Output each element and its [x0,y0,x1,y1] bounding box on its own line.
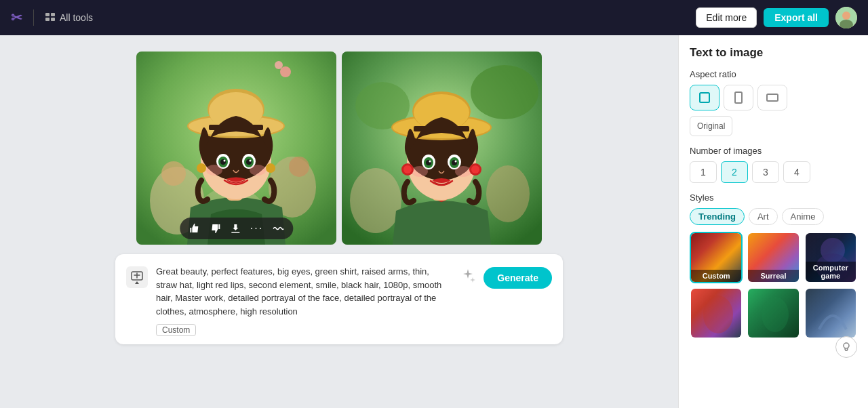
download-button-1[interactable] [227,222,243,235]
canvas-area: ··· [0,35,678,408]
styles-tabs: Trending Art Anime [690,208,857,225]
svg-rect-67 [700,93,709,102]
style-card-computergame-label: Computer game [806,262,856,282]
style-card-6[interactable] [804,287,857,339]
aspect-portrait-button[interactable] [724,85,753,110]
all-tools-button[interactable]: All tools [45,12,93,24]
image-2-svg [342,52,542,245]
app-logo: ✂ [11,9,22,26]
svg-point-32 [250,165,266,176]
style-tab-anime[interactable]: Anime [782,208,825,225]
right-panel: Text to image Aspect ratio Original [678,35,868,408]
prompt-actions: Generate [458,265,552,289]
style-card-custom-label: Custom [691,270,741,282]
svg-point-12 [289,157,309,177]
nav-divider [33,9,34,26]
svg-rect-3 [51,18,55,21]
count-3-button[interactable]: 3 [752,161,779,183]
svg-point-59 [455,161,457,163]
prompt-tag[interactable]: Custom [156,324,196,336]
more-options-button-1[interactable]: ··· [248,221,266,236]
svg-point-14 [275,61,283,69]
style-card-4[interactable] [690,287,743,339]
svg-point-74 [844,343,849,348]
aspect-square-button[interactable] [690,85,719,110]
image-grid: ··· [136,52,542,245]
tools-icon [45,12,56,24]
svg-point-34 [266,163,275,173]
aspect-original-button[interactable]: Original [690,116,732,136]
style-card-5[interactable] [747,287,800,339]
svg-point-29 [224,160,226,162]
svg-point-30 [250,160,252,162]
style-tab-trending[interactable]: Trending [690,208,745,225]
style-tab-art[interactable]: Art [749,208,778,225]
svg-point-38 [350,168,401,233]
main-layout: ··· [0,35,868,408]
count-4-button[interactable]: 4 [783,161,810,183]
prompt-add-icon[interactable] [126,266,148,288]
count-buttons: 1 2 3 4 [690,161,857,183]
count-1-button[interactable]: 1 [690,161,717,183]
svg-point-11 [161,161,186,186]
image-1-toolbar: ··· [180,218,293,239]
thumbsup-button[interactable] [186,222,203,235]
svg-rect-0 [45,13,50,16]
svg-rect-1 [51,13,55,16]
svg-point-65 [471,165,479,174]
svg-point-72 [703,295,733,333]
style-card-surreal-label: Surreal [748,270,798,282]
image-1-svg [136,52,336,245]
style-grid: Custom Surreal Computer game [690,232,857,339]
aspect-ratio-label: Aspect ratio [690,69,857,79]
edit-more-button[interactable]: Edit more [696,7,757,28]
svg-point-73 [762,297,789,332]
generate-button[interactable]: Generate [484,267,552,289]
lightbulb-button[interactable] [835,336,857,358]
aspect-ratio-buttons [690,85,857,110]
export-all-button[interactable]: Export all [764,8,829,27]
svg-point-61 [455,166,471,177]
svg-point-58 [429,161,431,163]
svg-rect-68 [735,92,742,103]
style-card-surreal[interactable]: Surreal [747,232,800,283]
svg-point-60 [412,166,428,177]
image-card-1[interactable]: ··· [136,52,336,245]
svg-point-33 [197,163,206,173]
svg-point-39 [486,165,530,222]
count-2-button[interactable]: 2 [721,161,748,183]
svg-rect-69 [767,94,778,101]
svg-point-31 [206,165,222,176]
topnav-right: Edit more Export all [696,7,857,28]
magic-enhance-button[interactable] [458,265,478,289]
avatar[interactable] [835,7,857,28]
panel-title: Text to image [690,46,857,60]
prompt-content: Great beauty, perfect features, big eyes… [156,265,450,336]
topnav: ✂ All tools Edit more Export all [0,0,868,35]
thumbsdown-button[interactable] [207,222,223,235]
image-card-2[interactable] [342,52,542,245]
all-tools-label: All tools [60,12,93,23]
svg-point-5 [842,12,850,20]
aspect-landscape-button[interactable] [757,85,787,110]
svg-point-13 [280,66,291,77]
style-card-computergame[interactable]: Computer game [804,232,857,283]
svg-point-36 [471,65,538,119]
svg-point-63 [403,165,412,174]
wave-button-1[interactable] [270,222,286,235]
styles-label: Styles [690,192,857,203]
prompt-box: Great beauty, perfect features, big eyes… [115,254,563,344]
svg-rect-2 [45,18,50,21]
num-images-label: Number of images [690,146,857,156]
style-card-custom[interactable]: Custom [690,232,743,283]
prompt-text: Great beauty, perfect features, big eyes… [156,265,450,318]
